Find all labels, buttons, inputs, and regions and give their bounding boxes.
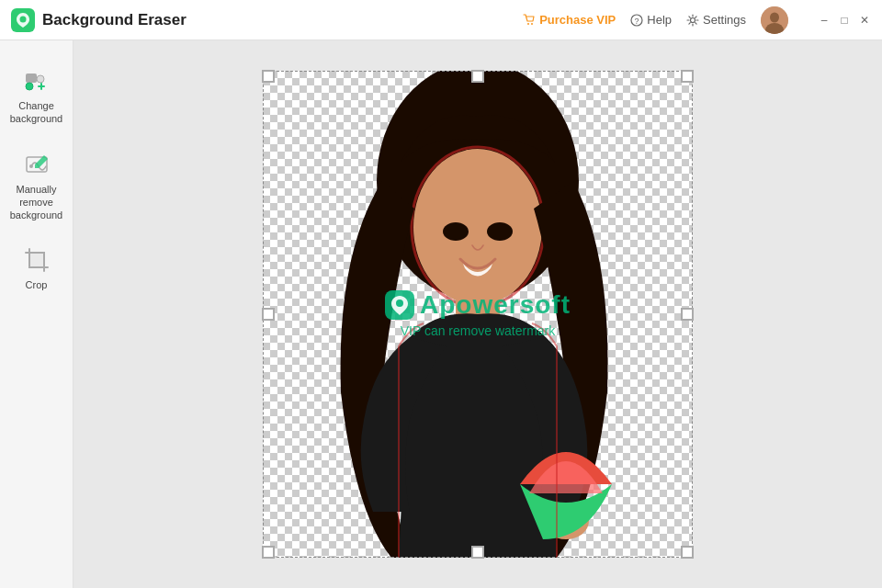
svg-point-8: [770, 12, 779, 22]
app-logo-icon: [11, 8, 35, 32]
crop-handle-top-left[interactable]: [262, 70, 275, 83]
change-bg-icon: [22, 66, 51, 96]
svg-point-22: [487, 222, 513, 241]
manual-remove-icon: [22, 150, 51, 179]
image-container: Apowersoft VIP can remove watermark: [263, 71, 693, 558]
svg-point-1: [20, 16, 27, 22]
crop-handle-bottom-middle[interactable]: [471, 546, 484, 559]
close-button[interactable]: ✕: [858, 14, 871, 27]
svg-point-6: [691, 17, 695, 22]
sidebar-item-manually-remove[interactable]: Manuallyremovebackground: [5, 142, 69, 230]
cart-icon: [523, 14, 536, 27]
crop-handle-middle-right[interactable]: [681, 308, 694, 321]
help-icon: ?: [630, 14, 643, 27]
sidebar-item-change-background[interactable]: Changebackground: [5, 59, 69, 133]
purchase-vip-button[interactable]: Purchase VIP: [523, 13, 616, 27]
titlebar-right: Purchase VIP ? Help Settings: [523, 6, 871, 34]
settings-icon: [686, 14, 699, 27]
window-controls: – □ ✕: [818, 14, 871, 27]
crop-icon: [22, 245, 51, 275]
svg-point-2: [527, 23, 529, 25]
subject-image: [263, 71, 693, 558]
minimize-button[interactable]: –: [818, 14, 831, 27]
svg-rect-10: [26, 74, 37, 83]
help-button[interactable]: ? Help: [630, 13, 672, 27]
svg-point-11: [37, 75, 44, 83]
svg-point-14: [29, 164, 33, 168]
sidebar-item-crop[interactable]: Crop: [5, 238, 69, 299]
sidebar-label-manually-remove: Manuallyremovebackground: [10, 183, 63, 222]
main-layout: Changebackground Manuallyremovebackgroun…: [0, 40, 882, 588]
svg-rect-15: [29, 253, 44, 267]
svg-text:?: ?: [635, 17, 639, 26]
crop-handle-bottom-right[interactable]: [681, 546, 694, 559]
crop-handle-bottom-left[interactable]: [262, 546, 275, 559]
svg-point-3: [531, 23, 533, 25]
maximize-button[interactable]: □: [838, 14, 851, 27]
titlebar: Background Eraser Purchase VIP ? Help Se…: [0, 0, 882, 40]
sidebar-label-crop: Crop: [26, 278, 48, 291]
user-avatar[interactable]: [761, 6, 788, 34]
app-title: Background Eraser: [42, 11, 187, 29]
settings-button[interactable]: Settings: [686, 13, 746, 27]
crop-handle-top-middle[interactable]: [471, 70, 484, 83]
svg-point-17: [413, 149, 542, 305]
svg-point-12: [26, 83, 33, 90]
crop-handle-top-right[interactable]: [681, 70, 694, 83]
canvas-area[interactable]: Apowersoft VIP can remove watermark: [74, 40, 882, 588]
sidebar-label-change-background: Changebackground: [10, 99, 63, 126]
sidebar: Changebackground Manuallyremovebackgroun…: [0, 40, 74, 588]
crop-handle-middle-left[interactable]: [262, 308, 275, 321]
svg-point-21: [443, 222, 469, 241]
